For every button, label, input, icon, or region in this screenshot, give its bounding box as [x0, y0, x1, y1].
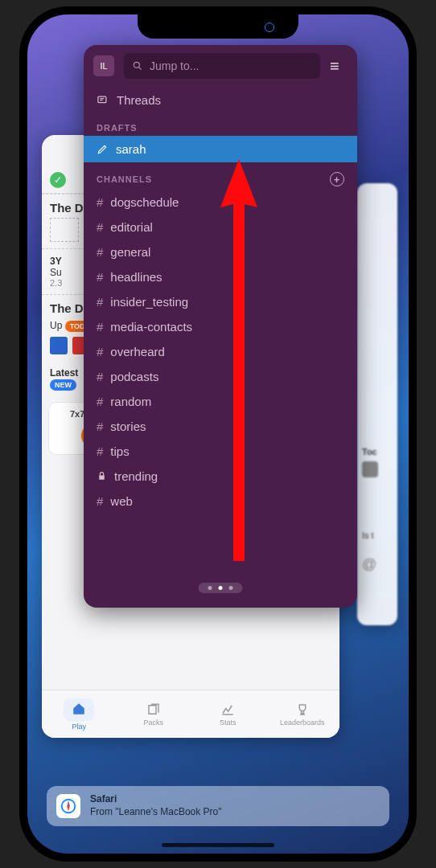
channel-name: web — [110, 494, 133, 508]
app-switcher-card-right[interactable]: Toc Is t @ — [357, 183, 397, 625]
chart-icon — [220, 702, 235, 717]
right-frag2: Is t — [362, 530, 393, 540]
hash-icon: # — [97, 245, 103, 259]
channels-header: CHANNELS + — [84, 162, 357, 190]
draft-label: sarah — [116, 142, 146, 156]
hash-icon: # — [97, 345, 103, 358]
lock-icon — [97, 471, 107, 481]
hash-icon: # — [97, 420, 103, 433]
channel-overheard[interactable]: #overheard — [84, 339, 357, 364]
tab-leaderboards[interactable]: Leaderboards — [265, 690, 340, 738]
new-badge: NEW — [50, 379, 76, 391]
channel-name: insider_testing — [110, 295, 188, 309]
channel-name: dogschedule — [110, 195, 179, 209]
hash-icon: # — [97, 494, 103, 508]
checkmark-icon: ✓ — [50, 172, 66, 188]
channel-insider_testing[interactable]: #insider_testing — [84, 289, 357, 314]
hash-icon: # — [97, 370, 103, 383]
right-frag1: Toc — [362, 447, 393, 457]
app-switcher-card-slack[interactable]: IL Jump to... ≡ Threads DRAFTS sarah CHA… — [84, 45, 357, 608]
tab-play[interactable]: Play — [42, 690, 117, 738]
channel-name: general — [110, 245, 150, 259]
threads-icon — [97, 94, 109, 106]
channel-web[interactable]: # web — [84, 489, 357, 514]
trophy-icon — [295, 702, 310, 717]
channel-tips[interactable]: #tips — [84, 439, 357, 464]
svg-point-0 — [134, 62, 139, 68]
channel-random[interactable]: #random — [84, 389, 357, 414]
menu-icon[interactable]: ≡ — [330, 58, 348, 74]
phone-screen: ✓ The D 4:3 3Y Su 2.3 The D Up TODA — [27, 14, 409, 854]
tab-label: Stats — [220, 719, 237, 727]
back-section3-up: Up — [50, 320, 62, 331]
channel-name: stories — [110, 420, 146, 433]
hash-icon: # — [97, 444, 103, 458]
tab-packs[interactable]: Packs — [117, 690, 191, 738]
channel-general[interactable]: #general — [84, 240, 357, 264]
workspace-avatar[interactable]: IL — [93, 55, 114, 76]
jump-to-search[interactable]: Jump to... — [124, 53, 320, 79]
phone-frame: ✓ The D 4:3 3Y Su 2.3 The D Up TODA — [19, 6, 417, 862]
hash-icon: # — [97, 395, 103, 408]
threads-row[interactable]: Threads — [84, 87, 357, 113]
threads-label: Threads — [117, 93, 161, 107]
tab-label: Leaderboards — [280, 719, 325, 727]
channel-headlines[interactable]: #headlines — [84, 264, 357, 289]
tab-label: Play — [72, 723, 86, 731]
jump-to-placeholder: Jump to... — [150, 59, 199, 72]
channel-media-contacts[interactable]: #media-contacts — [84, 314, 357, 339]
channel-list: #dogschedule#editorial#general#headlines… — [84, 190, 357, 464]
svg-line-1 — [139, 68, 142, 70]
hash-icon: # — [97, 295, 103, 309]
drafts-header: DRAFTS — [84, 113, 357, 136]
channel-name: editorial — [110, 220, 153, 234]
channel-name: trending — [114, 469, 158, 483]
handoff-banner[interactable]: Safari From "Leanne's MacBook Pro" — [47, 786, 389, 826]
pencil-icon — [97, 144, 108, 155]
page-indicator — [199, 583, 243, 593]
search-icon — [132, 60, 143, 72]
channel-name: media-contacts — [110, 320, 192, 334]
hash-icon: # — [97, 270, 103, 284]
channel-trending[interactable]: trending — [84, 464, 357, 489]
draft-item-sarah[interactable]: sarah — [84, 136, 357, 162]
hash-icon: # — [97, 195, 103, 209]
channel-editorial[interactable]: #editorial — [84, 215, 357, 240]
handoff-subtitle: From "Leanne's MacBook Pro" — [90, 806, 222, 819]
channel-name: random — [110, 395, 151, 408]
back-section4-title: Latest — [50, 367, 78, 379]
bottom-tab-bar: Play Packs Stats Leaderboards — [42, 690, 339, 738]
add-channel-button[interactable]: + — [330, 172, 344, 186]
handoff-title: Safari — [90, 793, 222, 806]
channel-name: podcasts — [110, 370, 158, 383]
channel-name: tips — [110, 444, 129, 458]
channel-name: headlines — [110, 270, 162, 284]
stack-icon — [146, 702, 161, 717]
right-frag3: @ — [362, 556, 393, 573]
tab-label: Packs — [143, 719, 163, 727]
home-icon — [72, 702, 86, 716]
hash-icon: # — [97, 220, 103, 234]
hash-icon: # — [97, 320, 103, 334]
tab-stats[interactable]: Stats — [191, 690, 265, 738]
notch — [138, 14, 298, 39]
safari-icon — [56, 794, 80, 818]
home-indicator[interactable] — [162, 843, 274, 847]
channel-dogschedule[interactable]: #dogschedule — [84, 190, 357, 215]
channel-name: overheard — [110, 345, 165, 358]
channel-podcasts[interactable]: #podcasts — [84, 364, 357, 389]
channel-stories[interactable]: #stories — [84, 414, 357, 439]
